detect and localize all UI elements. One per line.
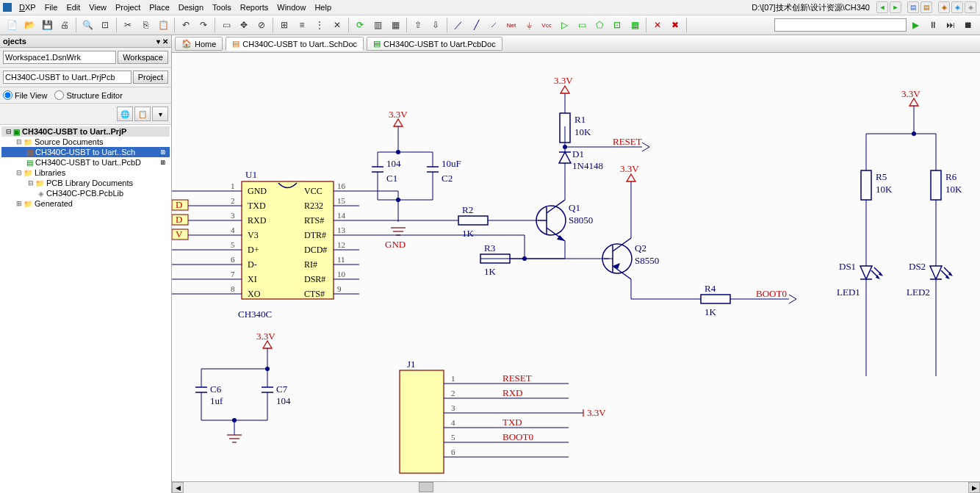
tb-cfg-icon[interactable]: ▥: [370, 17, 386, 33]
panel-btn1-icon[interactable]: 🌐: [117, 107, 133, 121]
tb-save-icon[interactable]: 💾: [39, 17, 55, 33]
svg-point-120: [522, 256, 527, 261]
tree-generated[interactable]: ⊞📁Generated: [1, 198, 170, 209]
tb-gnd-icon[interactable]: ⏚: [521, 17, 537, 33]
menu-design[interactable]: Design: [174, 1, 208, 13]
nav-fwd-button[interactable]: ►: [890, 1, 901, 13]
tb-grid-icon[interactable]: ⊞: [276, 17, 292, 33]
tb-bus-icon[interactable]: ╱: [468, 17, 484, 33]
btn2[interactable]: ▤: [920, 1, 932, 13]
tree-pcbdoc[interactable]: ▤CH340C-USBT to Uart..PcbD🗎: [1, 157, 170, 168]
tree-schematic[interactable]: ▤CH340C-USBT to Uart..Sch🗎: [1, 147, 170, 157]
menu-tools[interactable]: Tools: [208, 1, 236, 13]
menu-edit[interactable]: Edit: [62, 1, 84, 13]
tb-part-icon[interactable]: ▷: [556, 17, 572, 33]
tree-project-root[interactable]: ⊟▣CH340C-USBT to Uart..PrjP: [1, 126, 170, 137]
project-tree[interactable]: ⊟▣CH340C-USBT to Uart..PrjP ⊟📁Source Doc…: [0, 125, 171, 493]
tb-refresh-icon[interactable]: ⟳: [352, 17, 368, 33]
menu-dxp[interactable]: DXP: [15, 1, 40, 13]
menu-window[interactable]: Window: [273, 1, 310, 13]
tb-sheet-icon[interactable]: ▭: [574, 17, 590, 33]
document-tabs: 🏠 Home ▤ CH340C-USBT to Uart..SchDoc ▤ C…: [172, 35, 980, 53]
tb-conn-icon[interactable]: ⊡: [609, 17, 625, 33]
svg-text:S8050: S8050: [569, 215, 593, 226]
svg-text:D-: D-: [248, 259, 257, 270]
scroll-left-icon[interactable]: ◀: [172, 482, 184, 493]
tb-new-icon[interactable]: 📄: [4, 17, 20, 33]
svg-text:8: 8: [231, 284, 235, 293]
tb-port-icon[interactable]: ⬠: [591, 17, 608, 33]
tb-close-icon[interactable]: ✖: [667, 17, 683, 33]
net-boot0: BOOT0: [756, 288, 787, 299]
tb-print-icon[interactable]: 🖨: [57, 17, 73, 33]
svg-text:3.3V: 3.3V: [389, 109, 408, 120]
tb-undo-icon[interactable]: ↶: [178, 17, 194, 33]
tb-copy-icon[interactable]: ⎘: [137, 17, 154, 33]
tb-redo-icon[interactable]: ↷: [195, 17, 212, 33]
tb-paste-icon[interactable]: 📋: [155, 17, 171, 33]
svg-text:RTS#: RTS#: [304, 215, 324, 226]
svg-marker-162: [930, 266, 942, 279]
tb-zoomfit-icon[interactable]: ⊡: [97, 17, 113, 33]
menu-project[interactable]: Project: [111, 1, 145, 13]
tb-open-icon[interactable]: 📂: [21, 17, 37, 33]
search-input[interactable]: [774, 18, 907, 32]
tb-sel-icon[interactable]: ▭: [218, 17, 234, 33]
tab-schematic[interactable]: ▤ CH340C-USBT to Uart..SchDoc: [226, 37, 364, 51]
tree-libraries[interactable]: ⊟📁Libraries: [1, 168, 170, 178]
tb-cut-icon[interactable]: ✂: [120, 17, 136, 33]
project-input[interactable]: [3, 71, 131, 84]
btn3[interactable]: ◈: [938, 1, 950, 13]
scroll-right-icon[interactable]: ▶: [968, 482, 980, 493]
tb-desel-icon[interactable]: ⊘: [253, 17, 270, 33]
panel-pin-icon[interactable]: ▾ ✕: [156, 37, 168, 46]
tb-down-icon[interactable]: ⇩: [428, 17, 444, 33]
tab-pcb[interactable]: ▤ CH340C-USBT to Uart.PcbDoc: [367, 37, 502, 51]
panel-title: ojects ▾ ✕: [0, 35, 171, 48]
tb-harness-icon[interactable]: ▦: [627, 17, 643, 33]
btn4[interactable]: ◈: [951, 1, 963, 13]
scroll-track[interactable]: [184, 482, 968, 493]
nav-back-button[interactable]: ◄: [876, 1, 888, 13]
tb-filter-icon[interactable]: ▦: [387, 17, 403, 33]
tree-pcblib[interactable]: ◈CH340C-PCB.PcbLib: [1, 188, 170, 198]
workspace-button[interactable]: Workspace: [118, 51, 168, 64]
tb-busent-icon[interactable]: ⟋: [486, 17, 502, 33]
menu-help[interactable]: Help: [310, 1, 336, 13]
tb-wire-icon[interactable]: ／: [450, 17, 466, 33]
tb-vcc-icon[interactable]: Vcc: [538, 17, 555, 33]
project-button[interactable]: Project: [133, 71, 168, 84]
tb-cross-icon[interactable]: ✕: [329, 17, 345, 33]
menu-view[interactable]: View: [84, 1, 111, 13]
tb-noerc-icon[interactable]: ✕: [649, 17, 666, 33]
menu-reports[interactable]: Reports: [236, 1, 273, 13]
tb-run-icon[interactable]: ▶: [907, 17, 923, 33]
schematic-canvas[interactable]: U1 CH340C GND TXD RXD V3 D+ D- XI XO VCC…: [172, 53, 980, 481]
home-button[interactable]: 🏠 Home: [175, 37, 223, 51]
fileview-radio[interactable]: File View: [3, 90, 47, 100]
scroll-thumb[interactable]: [419, 482, 433, 492]
btn5[interactable]: ◈: [965, 1, 976, 13]
panel-btn3-icon[interactable]: ▾: [152, 107, 168, 121]
tb-up-icon[interactable]: ⇧: [410, 17, 426, 33]
tree-source-docs[interactable]: ⊟📁Source Documents: [1, 137, 170, 147]
panel-btn2-icon[interactable]: 📋: [134, 107, 151, 121]
menu-file[interactable]: File: [40, 1, 62, 13]
tree-pcb-lib-docs[interactable]: ⊟📁PCB Library Documents: [1, 178, 170, 188]
btn1[interactable]: ▤: [907, 1, 919, 13]
structure-radio[interactable]: Structure Editor: [54, 90, 122, 100]
svg-text:TXD: TXD: [248, 201, 266, 211]
tb-align-icon[interactable]: ≡: [294, 17, 310, 33]
tb-dist-icon[interactable]: ⋮: [311, 17, 328, 33]
editor-area: 🏠 Home ▤ CH340C-USBT to Uart..SchDoc ▤ C…: [172, 35, 980, 493]
tb-move-icon[interactable]: ✥: [236, 17, 252, 33]
horizontal-scrollbar[interactable]: ◀ ▶: [172, 481, 980, 493]
tb-pause-icon[interactable]: ⏸: [925, 17, 941, 33]
tb-net-icon[interactable]: Net: [503, 17, 519, 33]
tb-stop-icon[interactable]: ⏹: [960, 17, 976, 33]
workspace-input[interactable]: [3, 51, 116, 64]
menu-place[interactable]: Place: [145, 1, 174, 13]
tb-step-icon[interactable]: ⏭: [943, 17, 959, 33]
tb-zoom-icon[interactable]: 🔍: [79, 17, 96, 33]
svg-text:R232: R232: [304, 201, 323, 211]
